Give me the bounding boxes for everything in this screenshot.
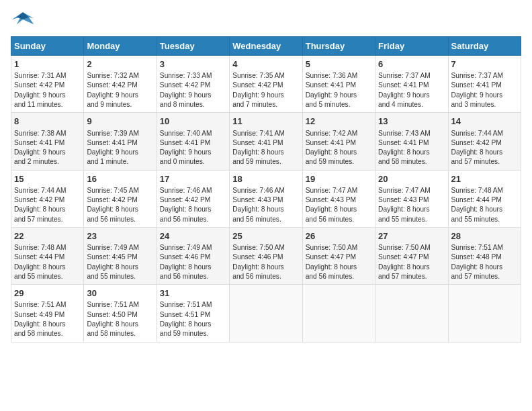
calendar-cell: 12Sunrise: 7:42 AMSunset: 4:41 PMDayligh… (302, 113, 375, 170)
calendar-cell: 2Sunrise: 7:32 AMSunset: 4:42 PMDaylight… (84, 56, 157, 113)
calendar-week-2: 8Sunrise: 7:38 AMSunset: 4:41 PMDaylight… (11, 113, 521, 170)
day-detail: Sunrise: 7:37 AMSunset: 4:41 PMDaylight:… (378, 71, 445, 109)
day-detail: Sunrise: 7:39 AMSunset: 4:41 PMDaylight:… (87, 129, 153, 167)
calendar-cell: 23Sunrise: 7:49 AMSunset: 4:45 PMDayligh… (84, 227, 157, 284)
day-number: 12 (306, 116, 372, 128)
calendar-cell: 5Sunrise: 7:36 AMSunset: 4:41 PMDaylight… (302, 56, 375, 113)
day-number: 1 (14, 58, 81, 71)
calendar-cell: 6Sunrise: 7:37 AMSunset: 4:41 PMDaylight… (375, 56, 448, 113)
calendar-cell (448, 285, 521, 342)
day-detail: Sunrise: 7:50 AMSunset: 4:47 PMDaylight:… (378, 243, 445, 281)
day-number: 23 (87, 230, 153, 242)
day-number: 15 (14, 173, 81, 185)
calendar-week-4: 22Sunrise: 7:48 AMSunset: 4:44 PMDayligh… (11, 227, 521, 284)
header-cell-sunday: Sunday (11, 37, 84, 56)
day-number: 10 (160, 116, 226, 128)
header-cell-tuesday: Tuesday (157, 37, 229, 56)
day-number: 14 (451, 116, 518, 128)
calendar-cell: 30Sunrise: 7:51 AMSunset: 4:50 PMDayligh… (84, 285, 157, 342)
day-number: 5 (306, 58, 372, 71)
header-row: SundayMondayTuesdayWednesdayThursdayFrid… (11, 37, 521, 56)
header-cell-saturday: Saturday (448, 37, 521, 56)
day-detail: Sunrise: 7:48 AMSunset: 4:44 PMDaylight:… (451, 186, 518, 224)
day-number: 27 (378, 230, 445, 242)
day-detail: Sunrise: 7:46 AMSunset: 4:43 PMDaylight:… (232, 186, 299, 224)
calendar-week-3: 15Sunrise: 7:44 AMSunset: 4:42 PMDayligh… (11, 170, 521, 227)
header (11, 11, 521, 30)
calendar-cell: 26Sunrise: 7:50 AMSunset: 4:47 PMDayligh… (302, 227, 375, 284)
day-detail: Sunrise: 7:43 AMSunset: 4:41 PMDaylight:… (378, 129, 445, 167)
header-cell-thursday: Thursday (302, 37, 375, 56)
calendar-cell: 22Sunrise: 7:48 AMSunset: 4:44 PMDayligh… (11, 227, 84, 284)
day-number: 17 (160, 173, 226, 185)
day-number: 30 (87, 287, 153, 300)
day-number: 7 (451, 58, 518, 71)
day-detail: Sunrise: 7:46 AMSunset: 4:42 PMDaylight:… (160, 186, 226, 224)
day-detail: Sunrise: 7:44 AMSunset: 4:42 PMDaylight:… (14, 186, 81, 224)
day-detail: Sunrise: 7:47 AMSunset: 4:43 PMDaylight:… (306, 186, 372, 224)
day-number: 26 (306, 230, 372, 242)
calendar-week-5: 29Sunrise: 7:51 AMSunset: 4:49 PMDayligh… (11, 285, 521, 342)
calendar-cell: 31Sunrise: 7:51 AMSunset: 4:51 PMDayligh… (157, 285, 229, 342)
day-detail: Sunrise: 7:33 AMSunset: 4:42 PMDaylight:… (160, 71, 226, 109)
day-number: 11 (232, 116, 299, 128)
header-cell-wednesday: Wednesday (230, 37, 302, 56)
calendar-cell: 4Sunrise: 7:35 AMSunset: 4:42 PMDaylight… (230, 56, 302, 113)
calendar-cell: 29Sunrise: 7:51 AMSunset: 4:49 PMDayligh… (11, 285, 84, 342)
day-detail: Sunrise: 7:51 AMSunset: 4:51 PMDaylight:… (160, 300, 226, 338)
calendar-cell: 24Sunrise: 7:49 AMSunset: 4:46 PMDayligh… (157, 227, 229, 284)
day-number: 29 (14, 287, 81, 300)
day-detail: Sunrise: 7:42 AMSunset: 4:41 PMDaylight:… (306, 129, 372, 167)
day-detail: Sunrise: 7:44 AMSunset: 4:42 PMDaylight:… (451, 129, 518, 167)
day-number: 22 (14, 230, 81, 242)
day-detail: Sunrise: 7:35 AMSunset: 4:42 PMDaylight:… (232, 71, 299, 109)
calendar-cell: 10Sunrise: 7:40 AMSunset: 4:41 PMDayligh… (157, 113, 229, 170)
calendar-cell (302, 285, 375, 342)
day-detail: Sunrise: 7:51 AMSunset: 4:48 PMDaylight:… (451, 243, 518, 281)
day-number: 4 (232, 58, 299, 71)
day-number: 8 (14, 116, 81, 128)
day-number: 24 (160, 230, 226, 242)
day-detail: Sunrise: 7:31 AMSunset: 4:42 PMDaylight:… (14, 71, 81, 109)
day-detail: Sunrise: 7:41 AMSunset: 4:41 PMDaylight:… (232, 129, 299, 167)
day-detail: Sunrise: 7:50 AMSunset: 4:46 PMDaylight:… (232, 243, 299, 281)
day-detail: Sunrise: 7:37 AMSunset: 4:41 PMDaylight:… (451, 71, 518, 109)
calendar-week-1: 1Sunrise: 7:31 AMSunset: 4:42 PMDaylight… (11, 56, 521, 113)
day-detail: Sunrise: 7:38 AMSunset: 4:41 PMDaylight:… (14, 129, 81, 167)
logo-icon (11, 11, 35, 30)
calendar-cell: 14Sunrise: 7:44 AMSunset: 4:42 PMDayligh… (448, 113, 521, 170)
calendar-header: SundayMondayTuesdayWednesdayThursdayFrid… (11, 37, 521, 56)
day-detail: Sunrise: 7:50 AMSunset: 4:47 PMDaylight:… (306, 243, 372, 281)
day-detail: Sunrise: 7:51 AMSunset: 4:50 PMDaylight:… (87, 300, 153, 338)
day-number: 6 (378, 58, 445, 71)
day-detail: Sunrise: 7:48 AMSunset: 4:44 PMDaylight:… (14, 243, 81, 281)
day-number: 3 (160, 58, 226, 71)
day-number: 16 (87, 173, 153, 185)
calendar-cell: 17Sunrise: 7:46 AMSunset: 4:42 PMDayligh… (157, 170, 229, 227)
calendar-cell: 20Sunrise: 7:47 AMSunset: 4:43 PMDayligh… (375, 170, 448, 227)
day-number: 21 (451, 173, 518, 185)
calendar-cell: 8Sunrise: 7:38 AMSunset: 4:41 PMDaylight… (11, 113, 84, 170)
calendar-cell: 27Sunrise: 7:50 AMSunset: 4:47 PMDayligh… (375, 227, 448, 284)
calendar-cell: 25Sunrise: 7:50 AMSunset: 4:46 PMDayligh… (230, 227, 302, 284)
day-detail: Sunrise: 7:40 AMSunset: 4:41 PMDaylight:… (160, 129, 226, 167)
calendar-cell (230, 285, 302, 342)
logo (11, 11, 38, 30)
calendar-table: SundayMondayTuesdayWednesdayThursdayFrid… (11, 36, 521, 342)
calendar-cell (375, 285, 448, 342)
day-detail: Sunrise: 7:32 AMSunset: 4:42 PMDaylight:… (87, 71, 153, 109)
day-number: 2 (87, 58, 153, 71)
day-number: 20 (378, 173, 445, 185)
calendar-cell: 19Sunrise: 7:47 AMSunset: 4:43 PMDayligh… (302, 170, 375, 227)
calendar-body: 1Sunrise: 7:31 AMSunset: 4:42 PMDaylight… (11, 56, 521, 342)
page-container: SundayMondayTuesdayWednesdayThursdayFrid… (0, 0, 532, 349)
day-detail: Sunrise: 7:47 AMSunset: 4:43 PMDaylight:… (378, 186, 445, 224)
calendar-cell: 13Sunrise: 7:43 AMSunset: 4:41 PMDayligh… (375, 113, 448, 170)
day-detail: Sunrise: 7:45 AMSunset: 4:42 PMDaylight:… (87, 186, 153, 224)
day-number: 25 (232, 230, 299, 242)
day-detail: Sunrise: 7:49 AMSunset: 4:45 PMDaylight:… (87, 243, 153, 281)
calendar-cell: 18Sunrise: 7:46 AMSunset: 4:43 PMDayligh… (230, 170, 302, 227)
day-number: 28 (451, 230, 518, 242)
calendar-cell: 15Sunrise: 7:44 AMSunset: 4:42 PMDayligh… (11, 170, 84, 227)
day-detail: Sunrise: 7:51 AMSunset: 4:49 PMDaylight:… (14, 300, 81, 338)
